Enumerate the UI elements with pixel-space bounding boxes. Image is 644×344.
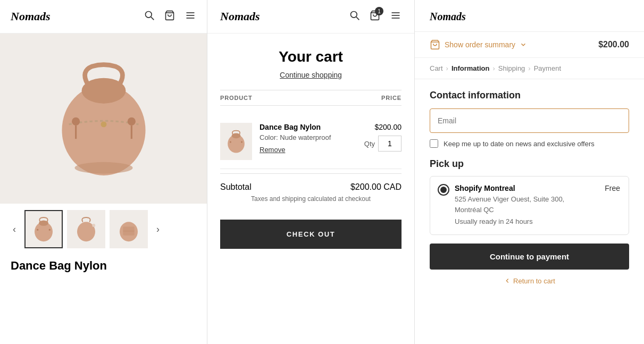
cart-subtotal: Subtotal $200.00 CAD Taxes and shipping … <box>220 173 402 211</box>
subtotal-label: Subtotal <box>220 182 252 192</box>
qty-box[interactable]: 1 <box>378 136 402 152</box>
subtotal-value: $200.00 CAD <box>350 182 402 192</box>
col-price: PRICE <box>381 95 402 101</box>
left-panel: Nomads <box>0 0 207 344</box>
checkout-button[interactable]: CHECK OUT <box>220 220 402 249</box>
pickup-option[interactable]: Shopify Montreal 525 Avenue Viger Ouest,… <box>430 176 629 235</box>
svg-point-31 <box>230 141 231 143</box>
qty-label: Qty <box>364 140 375 148</box>
mid-cart-icon[interactable]: 1 <box>370 10 380 23</box>
order-summary-label: Show order summary <box>445 40 515 49</box>
pickup-radio[interactable] <box>439 185 448 195</box>
pickup-ready: Usually ready in 24 hours <box>455 216 598 227</box>
pickup-address: 525 Avenue Viger Ouest, Suite 300, Montr… <box>455 194 598 215</box>
col-product: PRODUCT <box>220 95 253 101</box>
cart-item-image <box>220 123 252 160</box>
cart-title: Your cart <box>220 48 402 65</box>
taxes-note: Taxes and shipping calculated at checkou… <box>220 195 402 203</box>
mid-header-icons: 1 <box>349 10 402 23</box>
sep1: › <box>446 64 448 72</box>
newsletter-checkbox[interactable] <box>430 139 438 148</box>
breadcrumb-information[interactable]: Information <box>451 64 490 72</box>
search-icon[interactable] <box>144 10 155 23</box>
pickup-title: Pick up <box>430 158 629 170</box>
breadcrumb-payment[interactable]: Payment <box>534 64 561 72</box>
continue-payment-button[interactable]: Continue to payment <box>430 244 629 270</box>
pickup-info: Shopify Montreal 525 Avenue Viger Ouest,… <box>455 184 598 227</box>
right-brand: Nomads <box>415 0 644 32</box>
remove-item-link[interactable]: Remove <box>260 146 285 154</box>
sep3: › <box>528 64 530 72</box>
left-logo: Nomads <box>11 10 51 23</box>
svg-point-17 <box>49 229 51 231</box>
mid-header: Nomads 1 <box>207 0 414 33</box>
return-to-cart-link[interactable]: Return to cart <box>430 277 629 285</box>
right-panel: Nomads Show order summary $200.00 Cart ›… <box>415 0 644 344</box>
email-field[interactable] <box>430 108 629 133</box>
mid-search-icon[interactable] <box>349 10 360 23</box>
thumbnail-2[interactable] <box>67 210 105 248</box>
order-summary-price: $200.00 <box>598 40 629 49</box>
thumbnails-row: ‹ › <box>0 204 207 255</box>
breadcrumb: Cart › Information › Shipping › Payment <box>415 58 644 79</box>
svg-point-16 <box>37 229 38 231</box>
cart-item-details: Dance Bag Nylon Color: Nude waterproof R… <box>260 123 357 154</box>
svg-point-9 <box>72 118 80 125</box>
breadcrumb-cart[interactable]: Cart <box>430 64 443 72</box>
product-main-image <box>0 33 207 204</box>
svg-point-10 <box>127 118 135 125</box>
menu-icon[interactable] <box>185 10 196 23</box>
order-summary-bar: Show order summary $200.00 <box>415 32 644 58</box>
svg-point-15 <box>39 220 48 225</box>
cart-content: Your cart Continue shopping PRODUCT PRIC… <box>207 33 414 249</box>
cart-item: Dance Bag Nylon Color: Nude waterproof R… <box>220 114 402 169</box>
cart-icon[interactable] <box>164 10 175 23</box>
pickup-name: Shopify Montreal <box>455 184 598 192</box>
prev-arrow[interactable]: ‹ <box>9 222 20 237</box>
newsletter-row: Keep me up to date on news and exclusive… <box>430 139 629 148</box>
svg-line-1 <box>151 16 154 19</box>
sep2: › <box>492 64 495 72</box>
cart-columns: PRODUCT PRICE <box>220 90 402 106</box>
cart-item-right: $200.00 Qty 1 <box>364 123 402 152</box>
svg-point-23 <box>351 12 357 18</box>
left-header-icons <box>144 10 196 23</box>
left-header: Nomads <box>0 0 207 33</box>
return-label: Return to cart <box>513 277 555 285</box>
qty-wrap: Qty 1 <box>364 136 402 152</box>
cart-badge: 1 <box>375 7 383 15</box>
newsletter-label: Keep me up to date on news and exclusive… <box>444 140 595 148</box>
product-title: Dance Bag Nylon <box>0 255 207 281</box>
cart-item-name: Dance Bag Nylon <box>260 123 357 131</box>
checkout-form: Contact information Keep me up to date o… <box>415 79 644 296</box>
cart-item-color: Color: Nude waterproof <box>260 133 357 141</box>
thumbnail-3[interactable] <box>110 210 148 248</box>
svg-point-19 <box>92 224 95 227</box>
continue-shopping-link[interactable]: Continue shopping <box>220 71 402 79</box>
order-summary-toggle[interactable]: Show order summary <box>430 39 527 50</box>
svg-point-32 <box>241 141 242 143</box>
mid-panel: Nomads 1 Your cart Continue <box>207 0 415 344</box>
cart-item-price: $200.00 <box>374 123 402 131</box>
subtotal-row: Subtotal $200.00 CAD <box>220 182 402 192</box>
breadcrumb-shipping[interactable]: Shipping <box>498 64 525 72</box>
mid-menu-icon[interactable] <box>390 10 402 23</box>
contact-title: Contact information <box>430 90 629 101</box>
svg-point-13 <box>101 121 106 127</box>
mid-logo: Nomads <box>220 10 260 23</box>
pickup-price: Free <box>605 184 620 192</box>
svg-point-8 <box>74 162 132 174</box>
svg-point-30 <box>232 133 241 139</box>
svg-line-24 <box>356 17 359 20</box>
next-arrow[interactable]: › <box>152 222 164 237</box>
thumbnail-1[interactable] <box>24 210 63 248</box>
svg-point-0 <box>146 11 152 18</box>
